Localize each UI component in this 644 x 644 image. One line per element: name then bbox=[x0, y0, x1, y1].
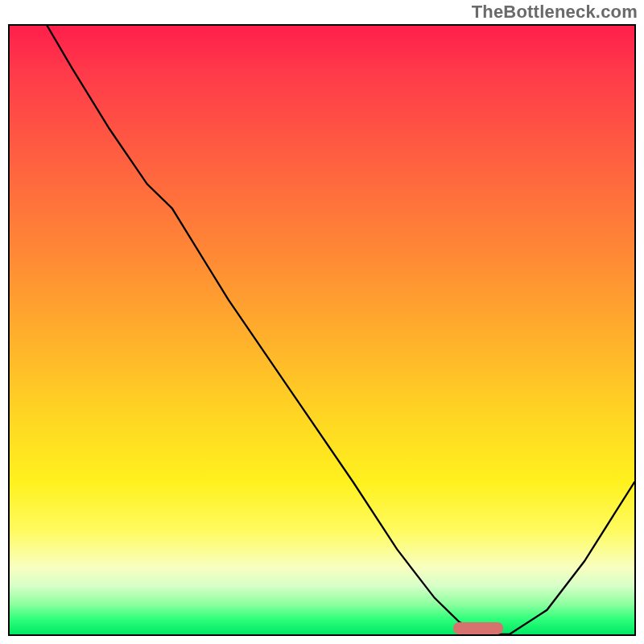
chart-canvas: TheBottleneck.com bbox=[0, 0, 644, 644]
curve-svg bbox=[10, 26, 634, 634]
bottleneck-curve-path bbox=[47, 26, 634, 634]
optimal-marker bbox=[453, 622, 503, 634]
watermark-label: TheBottleneck.com bbox=[472, 2, 638, 23]
plot-area bbox=[8, 24, 636, 636]
